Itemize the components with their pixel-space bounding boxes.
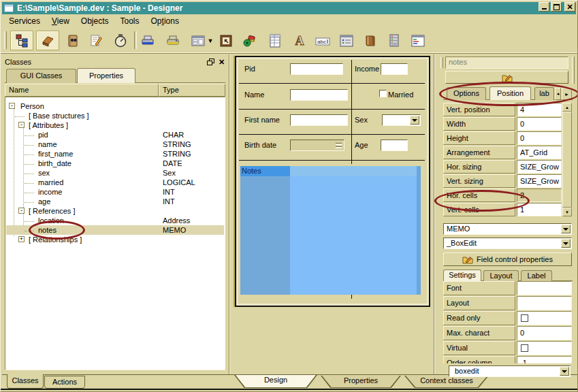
tree-row-base-structures[interactable]: [ Base structures ] [6, 111, 224, 120]
prop-label-width[interactable]: Width [443, 117, 515, 131]
tree-row-sex[interactable]: sex Sex [6, 168, 224, 178]
sex-dropdown-arrow-icon[interactable] [410, 116, 419, 125]
class-tree-button[interactable] [10, 31, 33, 50]
tab-layout[interactable]: Layout [483, 270, 519, 281]
prop-value-order-column[interactable]: -1 [517, 356, 572, 363]
tree-row-notes[interactable]: notes MEMO [6, 225, 224, 235]
tab-label[interactable]: Label [521, 270, 552, 281]
tab-gui-classes[interactable]: GUI Classes [6, 69, 76, 83]
tree-row-pid[interactable]: pid CHAR [6, 130, 224, 140]
prop-label-layout[interactable]: Layout [443, 296, 515, 310]
field-type-dropdown[interactable]: MEMO [443, 223, 572, 235]
pid-input[interactable] [290, 63, 343, 75]
preview-frame-button[interactable] [219, 33, 234, 48]
date-picker-icon[interactable] [336, 143, 342, 150]
prop-label-font[interactable]: Font [443, 281, 515, 295]
minimize-button[interactable] [539, 2, 549, 12]
tree-row-location[interactable]: location Address [6, 216, 224, 225]
maximize-button[interactable] [551, 2, 562, 12]
name-input[interactable] [290, 89, 348, 101]
income-input[interactable] [381, 63, 408, 75]
boxedit-dropdown-arrow-icon[interactable] [560, 367, 569, 376]
right-panel-grip[interactable] [440, 57, 443, 68]
tab-label-truncated[interactable]: lab [534, 87, 554, 100]
tree-row-birth-date[interactable]: birth_date DATE [6, 159, 224, 168]
age-input[interactable] [381, 140, 408, 151]
report-table-button[interactable] [268, 33, 283, 48]
column-header-name[interactable]: Name [5, 84, 159, 97]
tree-collapse-icon[interactable]: - [9, 103, 15, 109]
book-button[interactable] [363, 33, 378, 48]
prop-label-vert-sizing[interactable]: Vert. sizing [443, 174, 515, 188]
abc-edit-button[interactable]: abc [315, 33, 330, 48]
printer-yellow-button[interactable] [165, 33, 180, 48]
read-only-checkbox[interactable] [521, 314, 528, 322]
tab-options[interactable]: Options [447, 87, 486, 100]
control-class-dropdown-arrow-icon[interactable] [561, 239, 571, 248]
married-checkbox[interactable] [379, 90, 387, 97]
tree-row-married[interactable]: married LOGICAL [6, 178, 224, 187]
prop-value-vert-position[interactable]: 4 [517, 103, 562, 116]
scroll-down-button[interactable]: ▼ [562, 208, 572, 216]
prop-value-height[interactable]: 0 [517, 131, 562, 145]
tree-row-relationships[interactable]: + [ Relationships ] [6, 235, 224, 244]
notes-field-label[interactable]: Notes [240, 166, 290, 176]
prop-label-vert-cells[interactable]: Vert. cells [443, 203, 515, 216]
field-control-properties-button[interactable]: Field control properties [443, 252, 572, 266]
tree-collapse-icon[interactable]: - [18, 208, 25, 214]
prop-value-font[interactable] [517, 281, 572, 295]
sex-dropdown[interactable] [382, 114, 421, 126]
tree-row-first-name[interactable]: first_name STRING [6, 149, 224, 159]
menu-view[interactable]: View [52, 15, 69, 27]
prop-value-layout[interactable] [517, 296, 572, 310]
tab-actions-bottom[interactable]: Actions [44, 376, 85, 389]
tab-position[interactable]: Position [489, 86, 531, 100]
prop-value-virtual[interactable] [517, 341, 572, 355]
close-panel-button[interactable]: ✕ [217, 58, 226, 66]
prop-value-read-only[interactable] [517, 311, 572, 325]
address-book-button[interactable] [65, 33, 80, 48]
form-design-area[interactable]: Pid Income Name Married First name Sex B… [235, 56, 430, 307]
notes-memo-field[interactable] [290, 166, 421, 295]
tab-design[interactable]: Design [234, 375, 317, 388]
menu-objects[interactable]: Objects [81, 15, 109, 27]
toolbar-dropdown-arrow[interactable]: ▼ [206, 33, 214, 48]
whistle-button[interactable] [242, 33, 257, 48]
tab-scroll-left-button[interactable]: ◄ [555, 88, 561, 100]
toolbar-grip[interactable] [4, 31, 7, 49]
prop-label-hor-cells[interactable]: Hor. cells [443, 189, 515, 202]
tab-properties[interactable]: Properties [77, 68, 135, 83]
form-list-button[interactable] [339, 33, 354, 48]
font-button[interactable]: A [292, 33, 307, 48]
tree-collapse-icon[interactable]: - [18, 122, 25, 128]
code-window-button[interactable] [411, 33, 426, 48]
form-window-button[interactable] [191, 33, 206, 48]
edit-note-button[interactable] [89, 33, 104, 48]
prop-value-width[interactable]: 0 [517, 117, 562, 131]
eraser-button[interactable] [36, 31, 59, 50]
tab-classes-bottom[interactable]: Classes [7, 374, 44, 389]
menu-options[interactable]: Options [151, 15, 179, 27]
boxedit-dropdown[interactable]: boxedit [449, 365, 571, 377]
title-bar[interactable]: E:\Sample\Sample.dev : Sample - Designer [2, 2, 576, 14]
first-name-input[interactable] [290, 114, 348, 126]
scroll-thumb[interactable] [562, 112, 572, 208]
field-type-dropdown-arrow-icon[interactable] [561, 225, 571, 233]
stopwatch-button[interactable] [113, 33, 128, 48]
control-class-dropdown[interactable]: _BoxEdit [443, 238, 572, 249]
tab-settings[interactable]: Settings [443, 270, 481, 281]
printer-blue-button[interactable] [140, 33, 155, 48]
tree-expand-icon[interactable]: + [18, 236, 25, 242]
menu-services[interactable]: Services [9, 15, 40, 27]
tree-row-references[interactable]: - [ References ] [6, 206, 224, 216]
prop-label-height[interactable]: Height [443, 131, 515, 145]
edit-field-button[interactable] [445, 71, 568, 84]
server-button[interactable] [387, 33, 402, 48]
prop-value-max-charact[interactable]: 0 [517, 326, 572, 340]
prop-label-vert-position[interactable]: Vert. position [443, 103, 515, 116]
prop-label-hor-sizing[interactable]: Hor. sizing [443, 160, 515, 174]
prop-value-arrangement[interactable]: AT_Grid [517, 146, 562, 159]
prop-label-virtual[interactable]: Virtual [443, 341, 515, 355]
prop-grid-scrollbar[interactable]: ▲ ▼ [562, 103, 572, 216]
menu-tools[interactable]: Tools [121, 15, 140, 27]
